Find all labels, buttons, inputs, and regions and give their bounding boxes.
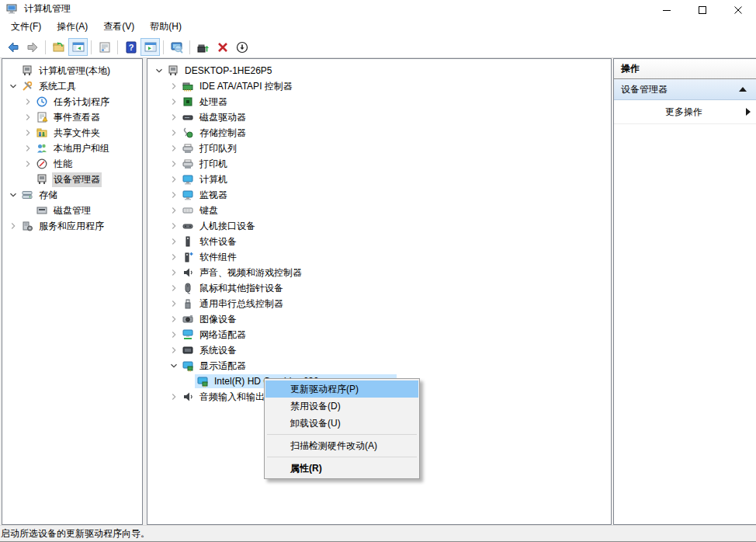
tree-item[interactable]: 网络适配器 [147, 327, 611, 342]
tree-item[interactable]: 计算机管理(本地) [2, 63, 142, 78]
scan-hardware-button[interactable] [167, 38, 186, 56]
tree-item[interactable]: 处理器 [147, 94, 611, 109]
tree-item[interactable]: 计算机 [147, 172, 611, 187]
chevron-collapsed-icon[interactable] [22, 111, 34, 123]
chevron-collapsed-icon[interactable] [168, 344, 180, 356]
properties-button[interactable] [95, 38, 114, 56]
tree-item[interactable]: 服务和应用程序 [2, 218, 142, 234]
tree-item-label: 鼠标和其他指针设备 [198, 281, 285, 296]
context-menu-item-update-driver[interactable]: 更新驱动程序(P) [265, 380, 418, 398]
chevron-collapsed-icon[interactable] [168, 96, 180, 108]
tree-item[interactable]: 显示适配器 [147, 358, 611, 373]
tree-item-label: 存储 [37, 188, 59, 203]
chevron-collapsed-icon[interactable] [168, 173, 180, 186]
tree-item[interactable]: 存储控制器 [147, 125, 611, 141]
tree-item[interactable]: 任务计划程序 [2, 94, 142, 109]
tree-item[interactable]: 事件查看器 [2, 109, 142, 125]
up-level-folder-button[interactable] [49, 38, 68, 56]
menu-help[interactable]: 帮助(H) [142, 17, 189, 36]
back-button[interactable] [3, 38, 23, 56]
tree-item[interactable]: 打印队列 [147, 141, 611, 156]
chevron-collapsed-icon[interactable] [168, 111, 180, 123]
tree-item[interactable]: 磁盘驱动器 [147, 109, 611, 125]
chevron-collapsed-icon[interactable] [168, 266, 180, 279]
tree-item-label: 声音、视频和游戏控制器 [198, 266, 303, 280]
help-icon: ? [124, 40, 138, 54]
tree-item[interactable]: 图像设备 [147, 311, 611, 327]
maximize-button[interactable] [685, 0, 720, 20]
chevron-collapsed-icon[interactable] [168, 328, 180, 341]
chevron-collapsed-icon[interactable] [22, 158, 34, 170]
action-pane-section-device-manager[interactable]: 设备管理器 [614, 79, 756, 100]
tree-item[interactable]: 系统设备 [147, 342, 611, 358]
forward-button[interactable] [23, 38, 42, 56]
chevron-collapsed-icon[interactable] [168, 313, 180, 325]
chevron-expanded-icon[interactable] [7, 80, 19, 92]
tree-item[interactable]: 声音、视频和游戏控制器 [147, 265, 611, 280]
context-menu-item-disable-device[interactable]: 禁用设备(D) [265, 398, 418, 415]
tree-item[interactable]: 软件组件 [147, 249, 611, 265]
tree-item[interactable]: 通用串行总线控制器 [147, 296, 611, 311]
tree-item-label: 系统工具 [37, 79, 78, 94]
chevron-collapsed-icon[interactable] [168, 391, 180, 403]
chevron-collapsed-icon[interactable] [22, 127, 34, 139]
tree-item[interactable]: 监视器 [147, 187, 611, 203]
chevron-collapsed-icon[interactable] [168, 189, 180, 201]
chevron-expanded-icon[interactable] [168, 360, 180, 372]
tree-item-label: 打印队列 [198, 141, 238, 156]
scan-hardware-icon [170, 40, 184, 54]
window-controls [649, 0, 756, 20]
collapse-icon[interactable] [739, 87, 747, 92]
mouse-icon [182, 282, 194, 294]
help-button[interactable]: ? [121, 38, 140, 56]
chevron-collapsed-icon[interactable] [168, 297, 180, 310]
context-menu-item-uninstall-device[interactable]: 卸载设备(U) [265, 415, 418, 432]
storage-icon [21, 189, 33, 201]
menu-file[interactable]: 文件(F) [3, 17, 49, 36]
chevron-collapsed-icon[interactable] [168, 158, 180, 170]
forward-icon [26, 40, 40, 54]
chevron-collapsed-icon[interactable] [168, 282, 180, 294]
chevron-collapsed-icon[interactable] [168, 220, 180, 232]
tree-item[interactable]: 共享文件夹 [2, 125, 142, 141]
status-text: 启动所选设备的更新驱动程序向导。 [1, 527, 150, 540]
update-driver-button[interactable] [193, 38, 213, 56]
context-menu-separator [267, 457, 417, 457]
network-icon [182, 328, 194, 341]
chevron-expanded-icon[interactable] [7, 189, 19, 201]
chevron-collapsed-icon[interactable] [22, 96, 34, 108]
minimize-button[interactable] [649, 0, 685, 20]
context-menu-item-scan-hardware[interactable]: 扫描检测硬件改动(A) [265, 437, 418, 454]
tree-item[interactable]: 本地用户和组 [2, 141, 142, 156]
chevron-collapsed-icon[interactable] [168, 127, 180, 139]
tree-item[interactable]: 设备管理器 [2, 172, 142, 187]
show-console-tree-button[interactable] [68, 38, 88, 56]
more-actions-item[interactable]: 更多操作 [614, 100, 756, 124]
tree-item[interactable]: IDE ATA/ATAPI 控制器 [147, 78, 611, 94]
show-action-pane-button[interactable] [140, 38, 160, 56]
chevron-collapsed-icon[interactable] [168, 235, 180, 248]
uninstall-device-button[interactable] [213, 38, 232, 56]
chevron-collapsed-icon[interactable] [22, 142, 34, 155]
tree-item[interactable]: 系统工具 [2, 78, 142, 94]
context-menu-item-properties[interactable]: 属性(R) [265, 460, 418, 477]
chevron-collapsed-icon[interactable] [168, 80, 180, 92]
close-button[interactable] [720, 0, 756, 20]
tree-item[interactable]: DESKTOP-1HE26P5 [147, 63, 611, 78]
tree-item[interactable]: 键盘 [147, 203, 611, 218]
tree-item[interactable]: 性能 [2, 156, 142, 172]
tree-item[interactable]: 打印机 [147, 156, 611, 172]
chevron-collapsed-icon[interactable] [168, 204, 180, 217]
menu-view[interactable]: 查看(V) [95, 17, 142, 36]
chevron-expanded-icon[interactable] [153, 64, 165, 77]
chevron-collapsed-icon[interactable] [168, 142, 180, 155]
disable-device-button[interactable] [232, 38, 251, 56]
chevron-collapsed-icon[interactable] [7, 220, 19, 232]
tree-item[interactable]: 软件设备 [147, 234, 611, 249]
tree-item[interactable]: 人机接口设备 [147, 218, 611, 234]
tree-item[interactable]: 鼠标和其他指针设备 [147, 280, 611, 296]
chevron-collapsed-icon[interactable] [168, 251, 180, 263]
menu-action[interactable]: 操作(A) [49, 17, 95, 36]
tree-item[interactable]: 磁盘管理 [2, 203, 142, 218]
tree-item[interactable]: 存储 [2, 187, 142, 203]
